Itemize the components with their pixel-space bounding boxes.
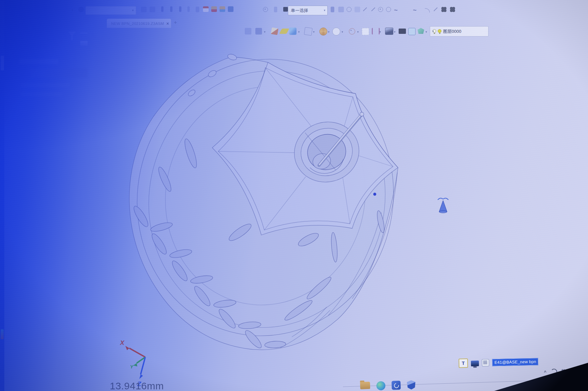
- tree-row[interactable]: [21, 92, 62, 96]
- triad-x-label: X: [120, 339, 124, 347]
- cube-caret-icon[interactable]: ▾: [298, 31, 300, 34]
- knob-top-face: [212, 62, 398, 235]
- shield-app-icon[interactable]: [407, 380, 416, 390]
- monitor-display-icon[interactable]: [385, 28, 393, 35]
- isometric-caret-icon[interactable]: ▾: [425, 31, 427, 34]
- tree-row-selected[interactable]: [31, 68, 88, 78]
- rotate-cone-cursor: [438, 198, 448, 213]
- ime-language-icon[interactable]: 英: [561, 368, 566, 374]
- pin-1-icon[interactable]: [161, 6, 163, 12]
- pin-3-icon[interactable]: [179, 6, 181, 12]
- undo-view-icon[interactable]: [245, 28, 251, 35]
- color-swatch-black-icon[interactable]: [283, 7, 288, 12]
- round-app-icon[interactable]: [376, 381, 386, 390]
- datum-plane-yellow-icon[interactable]: [279, 29, 290, 34]
- arc-icon[interactable]: [425, 7, 430, 13]
- isometric-teal-icon[interactable]: [418, 28, 424, 34]
- screen-moire-texture: [0, 0, 588, 391]
- app-logo-icon[interactable]: [78, 7, 84, 12]
- wireframe-caret-icon[interactable]: ▾: [313, 31, 315, 34]
- align-caret-icon[interactable]: ▾: [379, 31, 381, 34]
- chamfer-flower-icon[interactable]: [450, 7, 455, 12]
- chevron-up-icon[interactable]: ^: [544, 370, 547, 375]
- cad-viewport-model: [0, 0, 588, 391]
- pin-2-icon[interactable]: [170, 6, 172, 12]
- swatch-lightblue-icon[interactable]: [408, 28, 416, 35]
- sphere-caret-icon[interactable]: ▾: [328, 31, 330, 34]
- blue-light-wash: [0, 0, 588, 391]
- bracket-filter-icon[interactable]: [274, 7, 277, 12]
- polyline-icon[interactable]: [370, 7, 376, 12]
- speaker-icon[interactable]: [580, 368, 584, 374]
- quick-menu-caret-icon[interactable]: ▾: [72, 9, 73, 12]
- pick-cursor-icon[interactable]: [331, 7, 334, 12]
- tree-row[interactable]: [21, 83, 70, 87]
- photo-glint: [1, 56, 4, 70]
- layer-combo[interactable]: 图层0000 ▾: [430, 26, 489, 37]
- vignette: [0, 0, 588, 391]
- shaded-sphere-orange-icon[interactable]: [319, 28, 327, 36]
- snap-icon[interactable]: [338, 7, 344, 12]
- line-2-icon[interactable]: [433, 7, 438, 12]
- layer-combo-value: 图层0000: [443, 29, 488, 35]
- circle-icon[interactable]: [386, 7, 391, 12]
- sync-red-dot-icon[interactable]: [551, 369, 557, 375]
- circle-center-icon[interactable]: [378, 7, 383, 12]
- blue-swirl-app-icon[interactable]: [392, 381, 401, 390]
- template-combo[interactable]: ▾: [86, 6, 136, 15]
- layer-caret-icon[interactable]: ▾: [432, 30, 434, 33]
- system-tray: ^ 英: [544, 368, 585, 375]
- silhouette-circle-icon[interactable]: [332, 28, 340, 36]
- silhouette-caret-icon[interactable]: ▾: [342, 31, 343, 34]
- pin-4-icon[interactable]: [187, 6, 190, 12]
- sketch-pencil-icon[interactable]: [271, 27, 278, 35]
- orient-cursor-icon[interactable]: [255, 28, 262, 35]
- play-circle-icon[interactable]: [347, 7, 352, 12]
- document-tab[interactable]: NEW BPN_20210619.Z3ASM ×: [107, 19, 171, 28]
- filter-funnel-icon[interactable]: [68, 32, 76, 40]
- shaft-pin: [319, 112, 364, 165]
- spline-icon[interactable]: ~: [394, 9, 398, 12]
- new-tab-button[interactable]: +: [174, 19, 177, 26]
- photo-glint: [1, 329, 4, 339]
- fillet-flower-icon[interactable]: [441, 7, 447, 12]
- target-axis-icon[interactable]: [349, 28, 355, 35]
- points-icon[interactable]: [355, 7, 360, 12]
- point-marker-dot: [373, 193, 376, 196]
- align-bars-icon[interactable]: [372, 28, 380, 35]
- active-entity-field[interactable]: E41@BASE_new bpn: [492, 358, 538, 366]
- center-boss: [288, 115, 366, 190]
- swatch-black-icon[interactable]: [399, 29, 406, 34]
- cursor-arrow-icon[interactable]: [196, 7, 199, 12]
- list-view-icon[interactable]: [80, 33, 88, 41]
- list-lines-icon[interactable]: [482, 359, 489, 366]
- selection-mode-combo[interactable]: 单一选择 ▾: [288, 6, 328, 15]
- spline-2-icon[interactable]: ~: [413, 9, 417, 12]
- line-icon[interactable]: [362, 7, 368, 12]
- tab-close-icon[interactable]: ×: [164, 21, 171, 26]
- solid-cube-blue-icon[interactable]: [289, 28, 296, 35]
- tree-row[interactable]: [19, 59, 58, 64]
- folder-blue-icon[interactable]: [220, 6, 225, 12]
- document-tab-title: NEW BPN_20210619.Z3ASM: [107, 22, 164, 26]
- folder-red-icon[interactable]: [211, 6, 217, 12]
- triad-y-label: Y: [130, 364, 133, 369]
- dotted-rectangle-icon[interactable]: [362, 28, 369, 35]
- history-clock-icon[interactable]: [263, 7, 268, 12]
- flange-silhouette: [129, 57, 398, 350]
- lightbulb-on-icon[interactable]: [438, 29, 441, 34]
- target-caret-icon[interactable]: ▾: [357, 31, 359, 34]
- text-tool-icon[interactable]: T: [459, 358, 468, 368]
- badge-19-icon[interactable]: [228, 6, 233, 12]
- orient-caret-icon[interactable]: ▾: [264, 31, 266, 34]
- folder-icon[interactable]: [360, 382, 370, 389]
- globe-icon[interactable]: [570, 369, 575, 374]
- document-red-icon[interactable]: [203, 6, 209, 12]
- wireframe-cube-icon[interactable]: [304, 27, 313, 36]
- printer-icon[interactable]: [150, 7, 155, 12]
- measure-readout: 13.9416mm: [110, 380, 164, 391]
- monitor-icon[interactable]: [471, 360, 479, 366]
- selection-mode-value: 单一选择: [288, 8, 322, 14]
- format-lines-icon[interactable]: [141, 7, 147, 12]
- monitor-caret-icon[interactable]: ▾: [394, 31, 396, 34]
